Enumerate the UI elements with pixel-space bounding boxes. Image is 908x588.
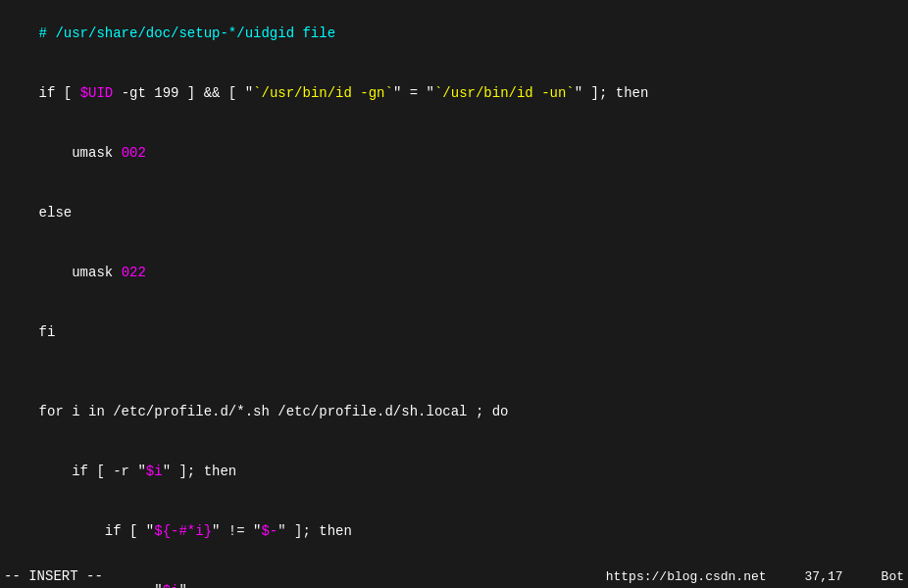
cursor-position: 37,17 xyxy=(805,569,843,584)
blog-url: https://blog.csdn.net xyxy=(606,569,767,584)
code-line-3: umask 002 xyxy=(6,123,902,183)
vim-mode: -- INSERT -- xyxy=(4,567,103,587)
code-line-5: umask 022 xyxy=(6,243,902,303)
scroll-percent: Bot xyxy=(882,569,904,584)
code-line-2: if [ $UID -gt 199 ] && [ "`/usr/bin/id -… xyxy=(6,64,902,123)
code-line-7 xyxy=(6,362,902,381)
code-line-9: if [ -r "$i" ]; then xyxy=(6,442,902,502)
code-line-10: if [ "${-#*i}" != "$-" ]; then xyxy=(6,501,902,561)
status-info: https://blog.csdn.net 37,17 Bot xyxy=(606,568,904,586)
code-editor[interactable]: # /usr/share/doc/setup-*/uidgid file if … xyxy=(0,0,908,588)
code-line-6: fi xyxy=(6,302,902,362)
code-line-1: # /usr/share/doc/setup-*/uidgid file xyxy=(6,4,902,64)
status-bar: -- INSERT -- https://blog.csdn.net 37,17… xyxy=(0,566,908,588)
code-line-4: else xyxy=(6,183,902,243)
code-line-8: for i in /etc/profile.d/*.sh /etc/profil… xyxy=(6,382,902,442)
